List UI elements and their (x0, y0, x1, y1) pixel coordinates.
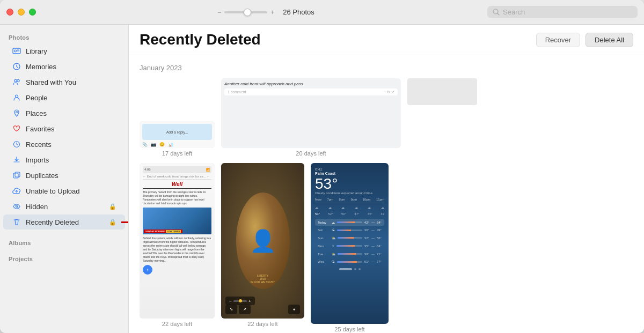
sidebar-item-shared[interactable]: Shared with You (3, 75, 125, 90)
sidebar-item-recents-label: Recents (26, 140, 52, 149)
sidebar-item-imports[interactable]: Imports (3, 152, 125, 167)
photo-item-coin[interactable]: − + ⤡ ↗ (221, 163, 304, 332)
sidebar-item-memories[interactable]: Memories (3, 59, 125, 74)
titlebar: − + 26 Photos (0, 0, 644, 25)
memories-icon (12, 62, 21, 71)
sidebar-item-recently-deleted-label: Recently Deleted (26, 218, 79, 226)
favorites-icon (12, 124, 21, 134)
section-date: January 2023 (140, 64, 633, 72)
photo-count: 26 Photos (283, 8, 314, 16)
svg-point-3 (14, 50, 17, 52)
photo-caption-coin: 22 days left (247, 321, 277, 327)
content-area: Recently Deleted Recover Delete All Janu… (129, 25, 644, 333)
sidebar-item-unable-upload-label: Unable to Upload (26, 187, 79, 195)
imports-icon (12, 155, 21, 165)
zoom-in-icon[interactable]: + (270, 9, 274, 16)
zoom-slider[interactable] (224, 11, 267, 13)
sidebar-item-people-label: People (26, 94, 47, 102)
minimize-button[interactable] (18, 9, 25, 16)
traffic-lights (6, 9, 36, 16)
library-icon (12, 46, 21, 56)
hidden-lock-icon: 🔒 (109, 203, 116, 210)
main-window: − + 26 Photos Photos (0, 0, 644, 333)
photo-item-newspaper[interactable]: 4:06 📶 ← End of week cold front brings r… (140, 163, 215, 332)
recently-deleted-icon (12, 217, 21, 227)
search-icon (493, 9, 500, 16)
sidebar-item-memories-label: Memories (26, 63, 56, 71)
photo-caption-newspaper: 22 days left (162, 321, 192, 327)
sidebar-item-recently-deleted[interactable]: Recently Deleted 🔒 (3, 214, 125, 230)
sidebar-item-library-label: Library (26, 47, 47, 55)
photo-caption-article1: 17 days left (162, 150, 192, 157)
titlebar-center: − + 26 Photos (45, 8, 487, 16)
photo-caption-weather: 25 days left (334, 326, 364, 332)
photo-item-news-widget[interactable]: Another cold front will approach and pas… (221, 78, 401, 157)
people-icon (12, 93, 21, 102)
sidebar-section-albums: Albums (0, 236, 128, 248)
red-arrow-indicator (121, 218, 129, 226)
sidebar-section-projects: Projects (0, 253, 128, 264)
close-button[interactable] (6, 9, 13, 16)
svg-point-4 (14, 79, 17, 82)
content-title: Recently Deleted (140, 31, 261, 48)
svg-rect-9 (13, 173, 18, 178)
content-body: January 2023 Add a reply... 📎 📷 😊 (129, 55, 644, 333)
sidebar: Photos Library (0, 25, 129, 333)
photo-item-article1[interactable]: Add a reply... 📎 📷 😊 📊 17 days left (140, 121, 215, 157)
svg-point-6 (16, 95, 18, 98)
sidebar-item-hidden-label: Hidden (26, 203, 48, 211)
sidebar-item-library[interactable]: Library (3, 43, 125, 58)
delete-all-button[interactable]: Delete All (586, 33, 633, 47)
sidebar-item-hidden[interactable]: Hidden 🔒 (3, 199, 125, 214)
sidebar-item-recents[interactable]: Recents (3, 137, 125, 152)
svg-rect-10 (15, 172, 20, 177)
zoom-out-icon[interactable]: − (217, 9, 221, 16)
recover-button[interactable]: Recover (536, 33, 580, 47)
places-icon (12, 108, 21, 118)
sidebar-item-imports-label: Imports (26, 156, 49, 164)
sidebar-item-people[interactable]: People (3, 90, 125, 105)
photo-item-weather[interactable]: 6:42 Palm Coast 53° Cloudy conditions ex… (311, 163, 389, 332)
duplicates-icon (12, 171, 21, 180)
svg-line-1 (497, 13, 499, 15)
main-layout: Photos Library (0, 25, 644, 333)
maximize-button[interactable] (29, 9, 36, 16)
photo-caption-news-widget: 20 days left (296, 150, 326, 157)
sidebar-item-places-label: Places (26, 109, 47, 117)
unable-upload-icon (12, 186, 21, 196)
sidebar-item-places[interactable]: Places (3, 106, 125, 121)
content-actions: Recover Delete All (536, 33, 633, 47)
search-box[interactable] (487, 6, 638, 18)
sidebar-item-favorites[interactable]: Favorites (3, 121, 125, 136)
zoom-thumb[interactable] (244, 9, 251, 16)
shared-icon (12, 77, 21, 87)
sidebar-item-shared-label: Shared with You (26, 78, 76, 86)
hidden-icon (12, 202, 21, 211)
sidebar-item-unable-upload[interactable]: Unable to Upload (3, 183, 125, 198)
svg-point-7 (16, 112, 18, 113)
sidebar-item-favorites-label: Favorites (26, 125, 54, 133)
svg-point-5 (17, 79, 19, 82)
sidebar-item-duplicates-label: Duplicates (26, 172, 58, 180)
content-header: Recently Deleted Recover Delete All (129, 25, 644, 55)
search-input[interactable] (503, 8, 632, 16)
sidebar-section-photos: Photos (0, 31, 128, 43)
recents-icon (12, 139, 21, 149)
zoom-control[interactable]: − + (217, 9, 274, 16)
recently-deleted-lock-icon: 🔒 (109, 219, 116, 226)
sidebar-item-duplicates[interactable]: Duplicates (3, 168, 125, 183)
